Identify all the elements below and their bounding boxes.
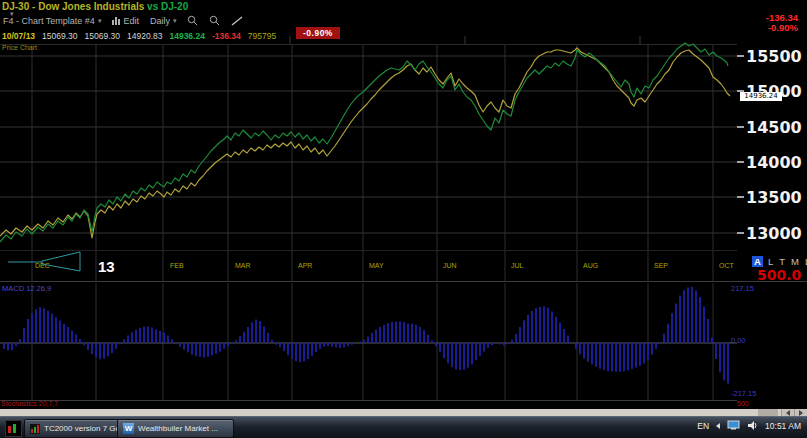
trendline-tool-button[interactable] [231, 16, 243, 26]
scale-option-l[interactable]: L [767, 256, 774, 267]
wealthbuilder-icon: W [123, 423, 134, 434]
month-label: JUL [511, 262, 523, 269]
vs-label: vs [147, 1, 158, 12]
scale-value: 500.0 [757, 267, 801, 283]
last-price-marker: 14936.24 [740, 92, 782, 101]
change-percent: -0.90% [766, 23, 798, 33]
change-readout: -136.34 -0.90% [766, 13, 798, 33]
title-row: DJ-30 - Dow Jones Industrials vs DJ-20 [2, 1, 188, 12]
scale-selector: ALTML [752, 256, 807, 267]
scale-option-m[interactable]: M [790, 256, 800, 267]
macd-axis-zero: 0.00 [731, 336, 746, 345]
price-axis-label: 14000 [746, 153, 802, 172]
price-axis-label: 13000 [746, 224, 802, 243]
network-icon[interactable] [727, 420, 740, 431]
candlestick-icon [6, 422, 19, 435]
taskbar-button-label: Wealthbuiler Market ... [138, 424, 218, 433]
speaker-icon[interactable] [747, 420, 758, 431]
quote-high: 15069.30 [85, 31, 120, 41]
system-tray: EN 10:51 AM [697, 420, 801, 431]
horizontal-scrollbar[interactable] [0, 409, 807, 416]
taskbar-button-wealthbuilder[interactable]: W Wealthbuiler Market ... [117, 419, 234, 438]
price-axis-label: 15500 [746, 47, 802, 66]
stochastics-pane-label: Stochastics 20,7,7 [1, 400, 58, 407]
month-label: AUG [583, 262, 598, 269]
year-label: 13 [98, 258, 115, 275]
quote-row: 10/07/13 15069.30 15069.30 14920.83 1493… [2, 31, 276, 41]
quote-low: 14920.83 [127, 31, 162, 41]
quote-volume: 795795 [248, 31, 276, 41]
windows-taskbar: TC2000 version 7 Gol... W Wealthbuiler M… [0, 416, 807, 438]
edit-button[interactable]: Edit [112, 16, 139, 26]
clock[interactable]: 10:51 AM [765, 421, 801, 431]
compare-symbol[interactable]: DJ-20 [161, 1, 188, 12]
percent-change-badge: -0.90% [296, 27, 340, 39]
quote-open: 15069.30 [42, 31, 77, 41]
zoom-in-button[interactable] [187, 15, 198, 26]
bar-chart-icon [112, 16, 120, 25]
quote-date: 10/07/13 [2, 31, 35, 41]
scale-option-t[interactable]: T [778, 256, 786, 267]
arrow-left-icon [786, 410, 790, 416]
scrollbar-thumb[interactable] [758, 409, 778, 416]
scale-option-a[interactable]: A [752, 256, 763, 267]
month-label: APR [298, 262, 312, 269]
taskbar-app-icon[interactable] [5, 420, 22, 437]
month-label: OCT [719, 262, 734, 269]
arrow-right-icon [799, 410, 803, 416]
month-label: FEB [170, 262, 184, 269]
tc2000-chart-icon [30, 424, 40, 434]
trendline-icon [231, 16, 243, 26]
scroll-left-button[interactable] [781, 409, 794, 416]
macd-pane-label[interactable]: MACD 12 26,9 [2, 284, 51, 293]
magnifier-plus-icon [187, 15, 198, 26]
taskbar-button-tc2000[interactable]: TC2000 version 7 Gol... [24, 419, 124, 438]
language-indicator[interactable]: EN [697, 421, 709, 431]
taskbar-button-label: TC2000 version 7 Gol... [44, 424, 124, 433]
month-label: JUN [443, 262, 457, 269]
chart-toolbar: F4 - Chart Template #4▾ Edit Daily▾ [3, 15, 243, 26]
price-axis-label: 14500 [746, 118, 802, 137]
hidden-icons-arrow-icon[interactable] [716, 423, 720, 429]
month-label: DEC [35, 262, 50, 269]
chart-canvas[interactable] [0, 0, 807, 438]
month-label: MAY [369, 262, 384, 269]
chevron-down-icon: ▾ [173, 17, 177, 25]
tc2000-window: DJ-30 - Dow Jones Industrials vs DJ-20 ▾… [0, 0, 807, 438]
stochastics-pane-value: 500 [737, 400, 749, 407]
price-pane-label: Price Chart [2, 44, 37, 51]
month-label: MAR [235, 262, 251, 269]
scroll-right-button[interactable] [794, 409, 807, 416]
zoom-out-button[interactable] [209, 15, 220, 26]
month-label: SEP [654, 262, 668, 269]
symbol-name: Dow Jones Industrials [38, 1, 144, 12]
quote-change: -136.34 [212, 31, 241, 41]
template-button[interactable]: F4 - Chart Template #4▾ [3, 16, 101, 26]
magnifier-minus-icon [209, 15, 220, 26]
macd-axis-min: -217.15 [731, 389, 756, 398]
period-button[interactable]: Daily▾ [150, 16, 177, 26]
price-axis-label: 13500 [746, 188, 802, 207]
macd-axis-max: 217.15 [731, 284, 754, 293]
quote-close: 14936.24 [169, 31, 204, 41]
title-separator: - [32, 1, 35, 12]
symbol-ticker[interactable]: DJ-30 [2, 1, 29, 12]
chevron-down-icon: ▾ [98, 17, 102, 25]
